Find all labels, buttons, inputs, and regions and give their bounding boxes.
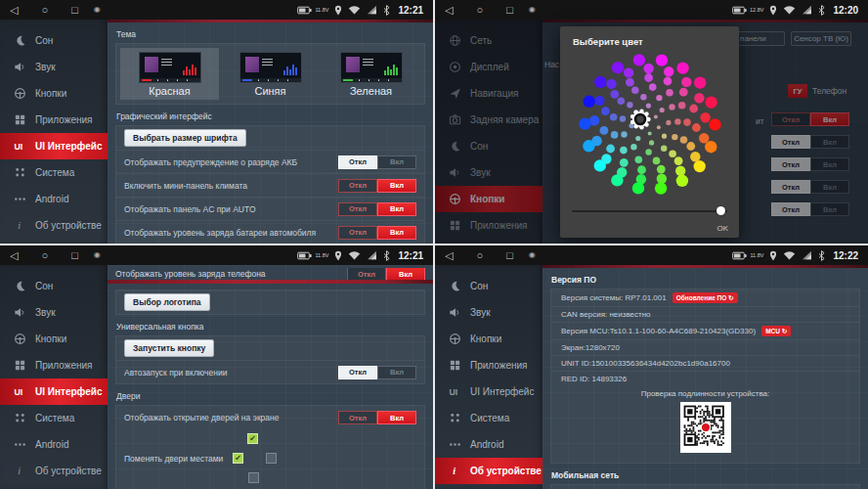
sidebar-item-speaker[interactable]: Звук xyxy=(435,299,542,326)
sidebar-item-ui[interactable]: UIUI Интерфейс xyxy=(0,133,108,159)
door-checkbox-right[interactable] xyxy=(266,453,277,464)
sidebar-item-system[interactable]: Система xyxy=(435,405,542,431)
apps-grid-icon xyxy=(13,113,26,127)
back-icon[interactable]: ◁ xyxy=(445,5,453,16)
sidebar-item-steering-wheel[interactable]: Кнопки xyxy=(435,326,542,352)
theme-thumbnail xyxy=(340,52,403,83)
screen-record-icon[interactable]: ◉ xyxy=(529,251,536,259)
sidebar-item-ui[interactable]: UIUI Интерфейс xyxy=(435,378,542,405)
settings-content: Отображать уровень заряда телефонаОтклВк… xyxy=(108,265,433,489)
sidebar-item-system[interactable]: Система xyxy=(0,405,108,431)
recents-icon[interactable]: □ xyxy=(71,250,78,261)
sidebar-item-apps-grid[interactable]: Приложения xyxy=(0,352,108,378)
door-checkbox-bottom[interactable] xyxy=(248,472,259,483)
update-firmware-badge[interactable]: Обновление ПО ↻ xyxy=(673,292,738,303)
sidebar-item-moon[interactable]: Сон xyxy=(435,273,542,299)
toggle-off-button[interactable]: Откл xyxy=(338,179,377,193)
mcu-update-badge[interactable]: MCU ↻ xyxy=(761,326,791,336)
screen-record-icon[interactable]: ◉ xyxy=(529,6,536,14)
info-line: ICCID: 89860620180015625107 xyxy=(551,485,859,489)
door-swap-control: Поменять двери местами✔✔ xyxy=(116,429,424,489)
theme-option-3[interactable]: Зеленая xyxy=(322,48,420,100)
color-wheel[interactable] xyxy=(572,50,728,199)
info-line: Версия MCU:Ts10.1.1-100-60-A4C689-210423… xyxy=(551,322,859,339)
settings-panel: Запустить кнопкуАвтозапуск при включении… xyxy=(115,335,425,384)
info-text: CAN версия: неизвестно xyxy=(561,310,651,319)
recents-icon[interactable]: □ xyxy=(506,5,513,16)
sidebar-item-ellipsis[interactable]: Android xyxy=(0,186,108,212)
back-icon[interactable]: ◁ xyxy=(10,250,18,261)
theme-option-1[interactable]: Красная xyxy=(120,48,219,100)
toggle-on-button[interactable]: Вкл xyxy=(386,268,425,281)
section-label: Мобильная сеть xyxy=(551,470,860,480)
settings-button[interactable]: Выбор логотипа xyxy=(124,293,210,311)
sidebar-item-info[interactable]: iОб устройстве xyxy=(0,212,108,239)
sidebar-item-moon[interactable]: Сон xyxy=(0,273,108,299)
sidebar-item-ellipsis[interactable]: Android xyxy=(0,431,108,458)
sidebar-item-speaker[interactable]: Звук xyxy=(0,299,108,326)
info-line: RED ID: 14893326 xyxy=(551,371,859,386)
sidebar-item-system[interactable]: Система xyxy=(0,159,108,186)
toggle-off-button[interactable]: Откл xyxy=(338,202,377,216)
settings-sidebar: СонЗвукКнопкиПриложенияUIUI ИнтерфейсСис… xyxy=(0,265,108,489)
back-icon[interactable]: ◁ xyxy=(445,250,453,261)
signal-icon xyxy=(802,250,812,260)
home-icon[interactable]: ○ xyxy=(476,5,483,16)
settings-panel: Версия системы: RP7.01.001Обновление ПО … xyxy=(550,289,860,464)
sidebar-item-label: UI Интерфейс xyxy=(35,141,102,152)
sidebar-item-steering-wheel[interactable]: Кнопки xyxy=(0,80,108,107)
settings-button[interactable]: Запустить кнопку xyxy=(124,339,214,357)
home-icon[interactable]: ○ xyxy=(476,250,483,261)
setting-row: Отображать предупреждение о разряде АКБО… xyxy=(116,150,424,173)
sidebar-item-label: Кнопки xyxy=(35,333,66,344)
toggle-on-button[interactable]: Вкл xyxy=(377,202,416,216)
bluetooth-icon xyxy=(383,250,390,261)
info-line: CAN версия: неизвестно xyxy=(551,306,859,322)
toggle-on-button[interactable]: Вкл xyxy=(377,156,416,169)
sidebar-item-steering-wheel[interactable]: Кнопки xyxy=(0,326,108,352)
sidebar-item-ellipsis[interactable]: Android xyxy=(435,431,542,458)
toggle-off-button[interactable]: Откл xyxy=(338,156,377,169)
theme-option-2[interactable]: Синяя xyxy=(221,48,320,100)
screen-record-icon[interactable]: ◉ xyxy=(94,251,101,259)
slider-handle[interactable] xyxy=(716,206,725,215)
sidebar-item-apps-grid[interactable]: Приложения xyxy=(435,352,542,378)
door-checkbox-left[interactable]: ✔ xyxy=(233,453,243,464)
toggle-off-button[interactable]: Откл xyxy=(338,226,377,240)
recents-icon[interactable]: □ xyxy=(506,250,513,261)
sidebar-item-info[interactable]: iОб устройстве xyxy=(0,458,108,484)
screen-record-icon[interactable]: ◉ xyxy=(94,6,101,14)
recents-icon[interactable]: □ xyxy=(71,5,78,16)
home-icon[interactable]: ○ xyxy=(41,250,48,261)
info-text: Экран:1280x720 xyxy=(561,343,620,352)
toggle-off-button[interactable]: Откл xyxy=(347,268,386,281)
toggle-off-button[interactable]: Откл xyxy=(338,411,377,424)
sidebar-item-info[interactable]: iОб устройстве xyxy=(435,458,542,484)
door-checkbox-top[interactable]: ✔ xyxy=(247,433,258,444)
svg-text:UI: UI xyxy=(14,142,22,152)
status-misc-icons xyxy=(769,5,825,16)
brightness-slider[interactable] xyxy=(572,206,727,216)
toggle-on-button[interactable]: Вкл xyxy=(377,366,416,379)
sidebar-item-label: Кнопки xyxy=(35,88,66,99)
toggle-on-button[interactable]: Вкл xyxy=(377,226,416,240)
sidebar-item-label: Сон xyxy=(470,281,488,291)
settings-button[interactable]: Выбрать размер шрифта xyxy=(124,129,246,147)
sidebar-item-speaker[interactable]: Звук xyxy=(0,54,108,80)
toggle-off-button[interactable]: Откл xyxy=(338,366,377,379)
signal-icon xyxy=(367,250,377,260)
setting-label: Поменять двери местами xyxy=(124,454,223,464)
toggle-on: ОтклВкл xyxy=(338,226,416,240)
status-bar: ◁○□◉ 11.8V 12:22 xyxy=(435,245,868,265)
toggle-on-button[interactable]: Вкл xyxy=(377,411,416,424)
home-icon[interactable]: ○ xyxy=(41,5,48,16)
ok-button[interactable]: OK xyxy=(716,224,728,233)
back-icon[interactable]: ◁ xyxy=(10,5,18,16)
toggle-on-button[interactable]: Вкл xyxy=(377,179,416,193)
ui-icon: UI xyxy=(13,385,26,399)
sidebar-item-ui[interactable]: UIUI Интерфейс xyxy=(0,378,108,405)
toggle-on: ОтклВкл xyxy=(338,411,416,424)
sidebar-item-apps-grid[interactable]: Приложения xyxy=(0,107,108,133)
sidebar-item-label: Сон xyxy=(35,35,53,46)
sidebar-item-moon[interactable]: Сон xyxy=(0,27,108,54)
